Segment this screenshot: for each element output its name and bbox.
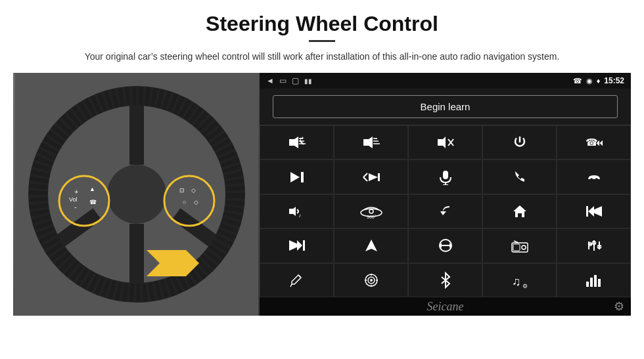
music-button[interactable]: ♫⚙ [482, 263, 557, 297]
page-subtitle: Your original car’s steering wheel contr… [13, 50, 631, 64]
settings-gear-icon[interactable]: ⚙ [614, 299, 624, 314]
svg-line-76 [290, 284, 292, 287]
svg-point-66 [522, 245, 526, 249]
svg-text:○: ○ [183, 199, 186, 205]
svg-text:+: + [301, 135, 304, 141]
status-bar-left: ◄ ▭ ▢ ▮▮ [266, 76, 312, 85]
svg-rect-44 [443, 171, 448, 179]
svg-rect-65 [513, 244, 520, 251]
rewind-button[interactable] [557, 194, 631, 228]
svg-point-6 [107, 165, 166, 224]
speaker-button[interactable]: ♪ [260, 194, 334, 228]
svg-point-79 [370, 279, 373, 282]
steering-wheel-image: + Vol - ▲ ☎ ⊡ ◇ ○ ◇ [13, 73, 260, 316]
svg-text:⏮: ⏮ [595, 137, 604, 148]
steering-wheel-svg: + Vol - ▲ ☎ ⊡ ◇ ○ ◇ [15, 73, 258, 316]
svg-marker-38 [290, 172, 300, 182]
svg-text:360°: 360° [367, 215, 377, 219]
brand-name: Seicane [427, 300, 464, 314]
svg-text:⊡: ⊡ [179, 187, 185, 194]
recent-nav-icon[interactable]: ▢ [292, 76, 299, 85]
location-status-icon: ◉ [586, 77, 593, 85]
microphone-button[interactable] [408, 159, 482, 194]
svg-text:▲: ▲ [89, 186, 95, 192]
svg-marker-42 [369, 173, 378, 181]
page-wrapper: Steering Wheel Control Your original car… [0, 0, 644, 316]
svg-text:◇: ◇ [194, 199, 198, 205]
svg-text:⚙: ⚙ [522, 283, 528, 288]
skip-next-button[interactable] [260, 159, 334, 194]
edit-button[interactable] [260, 263, 334, 297]
svg-rect-89 [598, 279, 601, 287]
call-prev-button[interactable]: ☎⏮ [557, 125, 631, 159]
svg-line-40 [363, 173, 367, 177]
content-row: + Vol - ▲ ☎ ⊡ ◇ ○ ◇ [13, 73, 631, 316]
status-bar-right: ☎ ◉ ♦ 15:52 [573, 76, 624, 85]
bottom-bar: Seicane ⚙ [260, 297, 631, 316]
fast-forward-button[interactable] [260, 228, 334, 263]
svg-line-41 [363, 177, 367, 181]
bluetooth-button[interactable] [408, 263, 482, 297]
svg-marker-57 [297, 240, 302, 251]
svg-text:☎: ☎ [89, 199, 97, 205]
svg-point-50 [369, 209, 373, 213]
svg-marker-28 [363, 137, 373, 148]
levels-button[interactable] [557, 263, 631, 297]
title-divider [309, 40, 335, 42]
status-bar: ◄ ▭ ▢ ▮▮ ☎ ◉ ♦ 15:52 [260, 73, 631, 89]
svg-marker-52 [513, 205, 526, 217]
svg-marker-33 [438, 137, 446, 148]
svg-rect-39 [301, 172, 304, 182]
vol-up-button[interactable]: ++ [260, 125, 334, 159]
svg-rect-53 [586, 206, 588, 217]
call-button[interactable] [482, 159, 557, 194]
svg-rect-58 [303, 240, 305, 251]
scan-button[interactable] [334, 159, 408, 194]
svg-text:Vol: Vol [69, 196, 78, 203]
wifi-status-icon: ♦ [597, 77, 601, 85]
phone-status-icon: ☎ [573, 77, 582, 85]
svg-text:◇: ◇ [191, 187, 196, 194]
home-button[interactable] [482, 194, 557, 228]
end-call-button[interactable] [557, 159, 631, 194]
360-view-button[interactable]: 360° [334, 194, 408, 228]
svg-marker-47 [289, 207, 296, 216]
time-display: 15:52 [604, 76, 624, 85]
svg-rect-87 [590, 278, 593, 287]
svg-text:♫: ♫ [512, 275, 521, 288]
vol-down-button[interactable]: - [334, 125, 408, 159]
power-button[interactable] [482, 125, 557, 159]
controls-grid: ++ - ☎⏮ [260, 125, 631, 297]
target-button[interactable] [334, 263, 408, 297]
begin-learn-button[interactable]: Begin learn [273, 95, 618, 118]
radio-button[interactable] [482, 228, 557, 263]
svg-text:+: + [74, 188, 78, 196]
equalizer-button[interactable] [557, 228, 631, 263]
swap-button[interactable] [408, 228, 482, 263]
android-panel: ◄ ▭ ▢ ▮▮ ☎ ◉ ♦ 15:52 Begin learn ++ [260, 73, 631, 316]
home-nav-icon[interactable]: ▭ [279, 76, 287, 85]
signal-icon: ▮▮ [304, 77, 312, 85]
svg-rect-88 [594, 275, 597, 287]
svg-text:♪: ♪ [298, 213, 301, 219]
page-title: Steering Wheel Control [13, 12, 631, 36]
back-nav-icon[interactable]: ◄ [266, 76, 274, 85]
svg-marker-59 [365, 240, 377, 251]
svg-rect-86 [586, 282, 589, 287]
wheel-container: + Vol - ▲ ☎ ⊡ ◇ ○ ◇ [13, 73, 260, 316]
back-button[interactable] [408, 194, 482, 228]
navigation-button[interactable] [334, 228, 408, 263]
svg-marker-20 [289, 137, 298, 148]
svg-marker-55 [588, 206, 594, 217]
svg-rect-43 [378, 173, 380, 181]
svg-text:-: - [74, 203, 77, 211]
svg-line-75 [298, 275, 301, 278]
svg-text:-: - [375, 135, 377, 141]
mute-button[interactable] [408, 125, 482, 159]
